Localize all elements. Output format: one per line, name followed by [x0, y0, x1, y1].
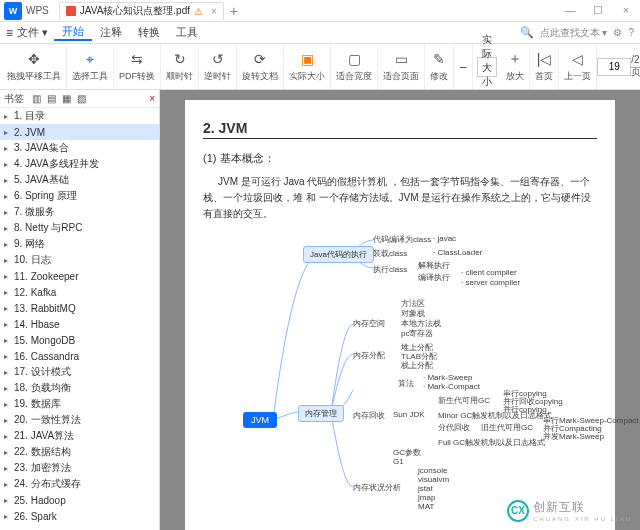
- bookmark-label: 5. JAVA基础: [14, 173, 69, 187]
- page-input[interactable]: [597, 58, 631, 76]
- menubar: ≡ 文件 ▾ 开始 注释 转换 工具 🔍 点此查找文本 ▾ ⚙ ?: [0, 22, 640, 44]
- tool-pan[interactable]: ✥拖拽平移工具: [2, 45, 67, 89]
- window-close-icon[interactable]: ×: [612, 4, 640, 17]
- mind-text: jstat: [418, 484, 433, 493]
- tool-rotate-ccw[interactable]: ↺逆时针: [199, 45, 237, 89]
- tool-pdfconvert[interactable]: ⇆PDF转换: [114, 45, 161, 89]
- tab-close-icon[interactable]: ×: [211, 6, 217, 17]
- bookmark-tree[interactable]: ▸1. 目录▸2. JVM▸3. JAVA集合▸4. JAVA多线程并发▸5. …: [0, 108, 159, 530]
- bookmark-item[interactable]: ▸14. Hbase: [0, 316, 159, 332]
- sidebar-title: 书签: [4, 92, 24, 106]
- menu-annotate[interactable]: 注释: [92, 25, 130, 40]
- doc-heading: 2. JVM: [203, 120, 597, 139]
- tool-edit[interactable]: ✎修改: [425, 45, 454, 89]
- watermark: CX 创新互联CHUANG XIN HU LIAN: [507, 499, 632, 522]
- sidebar-tab-icon[interactable]: ▧: [77, 93, 86, 104]
- tool-fit-page[interactable]: ▭适合页面: [378, 45, 425, 89]
- help-icon[interactable]: ?: [628, 27, 634, 38]
- menu-start[interactable]: 开始: [54, 24, 92, 41]
- bookmark-item[interactable]: ▸4. JAVA多线程并发: [0, 156, 159, 172]
- mind-text: · javac: [433, 234, 456, 243]
- rotate-doc-icon: ⟳: [254, 50, 266, 68]
- bookmark-item[interactable]: ▸16. Cassandra: [0, 348, 159, 364]
- chevron-right-icon: ▸: [4, 464, 14, 473]
- bookmark-label: 12. Kafka: [14, 287, 56, 298]
- bookmark-item[interactable]: ▸12. Kafka: [0, 284, 159, 300]
- bookmark-item[interactable]: ▸8. Netty 与RPC: [0, 220, 159, 236]
- chevron-right-icon: ▸: [4, 128, 14, 137]
- sidebar-close-icon[interactable]: ×: [149, 93, 155, 104]
- bookmark-item[interactable]: ▸11. Zookeeper: [0, 268, 159, 284]
- file-tab[interactable]: JAVA核心知识点整理.pdf ⚠ ×: [59, 2, 224, 20]
- tool-actual-size[interactable]: ▣实际大小: [284, 45, 331, 89]
- zoom-out-button[interactable]: −: [454, 45, 473, 89]
- zoom-in-button[interactable]: ＋放大: [501, 45, 530, 89]
- chevron-right-icon: ▸: [4, 112, 14, 121]
- sidebar-tab-icon[interactable]: ▥: [32, 93, 41, 104]
- bookmark-item[interactable]: ▸24. 分布式缓存: [0, 476, 159, 492]
- chevron-right-icon: ▸: [4, 144, 14, 153]
- app-logo: W: [4, 2, 22, 20]
- page-area[interactable]: 2. JVM (1) 基本概念： JVM 是可运行 Java 代码的假想计算机 …: [160, 90, 640, 530]
- zoom-select[interactable]: 实际大小 ▾: [477, 57, 497, 77]
- mind-text: jconsole: [418, 466, 447, 475]
- chevron-right-icon: ▸: [4, 288, 14, 297]
- bookmark-item[interactable]: ▸6. Spring 原理: [0, 188, 159, 204]
- chevron-right-icon: ▸: [4, 224, 14, 233]
- bookmark-label: 6. Spring 原理: [14, 189, 77, 203]
- bookmark-item[interactable]: ▸9. 网络: [0, 236, 159, 252]
- search-hint[interactable]: 点此查找文本 ▾: [540, 26, 608, 40]
- chevron-right-icon: ▸: [4, 512, 14, 521]
- bookmark-item[interactable]: ▸7. 微服务: [0, 204, 159, 220]
- sidebar-header: 书签 ▥ ▤ ▦ ▧ ×: [0, 90, 159, 108]
- menu-tools[interactable]: 工具: [168, 25, 206, 40]
- bookmark-item[interactable]: ▸25. Hadoop: [0, 492, 159, 508]
- tool-rotate-cw[interactable]: ↻顺时针: [161, 45, 199, 89]
- settings-icon[interactable]: ⚙: [613, 27, 622, 38]
- hamburger-icon[interactable]: ≡: [6, 26, 13, 40]
- bookmark-item[interactable]: ▸13. RabbitMQ: [0, 300, 159, 316]
- bookmark-item[interactable]: ▸18. 负载均衡: [0, 380, 159, 396]
- bookmark-item[interactable]: ▸17. 设计模式: [0, 364, 159, 380]
- bookmark-label: 18. 负载均衡: [14, 381, 71, 395]
- tool-select[interactable]: ⌖选择工具: [67, 45, 114, 89]
- bookmark-item[interactable]: ▸22. 数据结构: [0, 444, 159, 460]
- bookmark-item[interactable]: ▸3. JAVA集合: [0, 140, 159, 156]
- window-min-icon[interactable]: —: [556, 4, 584, 17]
- bookmark-item[interactable]: ▸10. 日志: [0, 252, 159, 268]
- bookmark-item[interactable]: ▸21. JAVA算法: [0, 428, 159, 444]
- mind-text: 执行class: [373, 264, 407, 275]
- tool-fit-width[interactable]: ▢适合宽度: [331, 45, 378, 89]
- nav-prev[interactable]: ◁上一页: [559, 45, 597, 89]
- chevron-right-icon: ▸: [4, 368, 14, 377]
- bookmark-item[interactable]: ▸23. 加密算法: [0, 460, 159, 476]
- nav-first[interactable]: |◁首页: [530, 45, 559, 89]
- search-icon[interactable]: 🔍: [520, 26, 534, 39]
- mind-text: 内存分配: [353, 350, 385, 361]
- sidebar-tab-icon[interactable]: ▦: [62, 93, 71, 104]
- menu-convert[interactable]: 转换: [130, 25, 168, 40]
- bookmark-item[interactable]: ▸26. Spark: [0, 508, 159, 524]
- bookmark-item[interactable]: ▸15. MongoDB: [0, 332, 159, 348]
- rotate-cw-icon: ↻: [174, 50, 186, 68]
- mind-text: · ClassLoader: [433, 248, 482, 257]
- bookmark-label: 21. JAVA算法: [14, 429, 74, 443]
- new-tab-button[interactable]: +: [226, 2, 242, 20]
- window-controls: — ☐ ×: [556, 4, 640, 17]
- window-max-icon[interactable]: ☐: [584, 4, 612, 17]
- sidebar-tab-icon[interactable]: ▤: [47, 93, 56, 104]
- bookmark-item[interactable]: ▸20. 一致性算法: [0, 412, 159, 428]
- mind-text: 内存回收: [353, 410, 385, 421]
- chevron-right-icon: ▸: [4, 448, 14, 457]
- bookmark-item[interactable]: ▸5. JAVA基础: [0, 172, 159, 188]
- chevron-right-icon: ▸: [4, 336, 14, 345]
- bookmark-item[interactable]: ▸19. 数据库: [0, 396, 159, 412]
- mind-text: 解释执行: [418, 260, 450, 271]
- fit-page-icon: ▭: [395, 50, 408, 68]
- chevron-right-icon: ▸: [4, 160, 14, 169]
- file-menu[interactable]: 文件 ▾: [17, 25, 48, 40]
- bookmark-label: 10. 日志: [14, 253, 51, 267]
- bookmark-item[interactable]: ▸2. JVM: [0, 124, 159, 140]
- bookmark-item[interactable]: ▸1. 目录: [0, 108, 159, 124]
- tool-rotate-doc[interactable]: ⟳旋转文档: [237, 45, 284, 89]
